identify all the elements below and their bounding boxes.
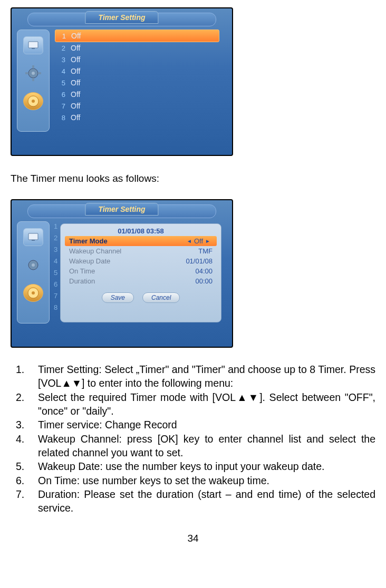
dialog-title: Timer Setting: [85, 11, 158, 24]
list-item: 4. Wakeup Channel: press [OK] key to ent…: [11, 432, 375, 460]
svg-rect-6: [25, 72, 28, 74]
svg-rect-5: [32, 78, 34, 81]
timer-number: 6: [58, 91, 65, 99]
timer-number: 7: [58, 102, 65, 110]
row-value: 00:00: [195, 277, 213, 285]
svg-rect-0: [28, 42, 38, 48]
row-value: Off: [194, 237, 203, 245]
svg-point-3: [32, 72, 35, 75]
svg-rect-4: [32, 65, 34, 68]
row-label: Duration: [69, 277, 95, 285]
item-number: 5.: [11, 459, 38, 473]
timer-status: Off: [71, 55, 80, 64]
instructions-list: 1. Timer Setting: Select „Timer" and "Ti…: [11, 362, 375, 515]
sidebar: [17, 221, 50, 324]
row-value: 04:00: [195, 267, 213, 275]
left-arrow-icon: ◄: [187, 238, 192, 244]
timer-row: 5 Off: [55, 77, 219, 89]
timer-number: 8: [58, 114, 65, 122]
clock-icon: [23, 284, 43, 302]
side-num: 5: [54, 269, 57, 277]
screenshot-timer-dialog: Timer Setting 1 2 3 4 5 6 7 8 01/01/08 0…: [11, 199, 233, 348]
timer-status: Off: [71, 113, 80, 122]
side-num: 8: [54, 303, 57, 312]
tv-icon: [23, 228, 43, 246]
row-label: Wakeup Channel: [69, 247, 121, 255]
button-row: Save Cancel: [65, 292, 217, 303]
item-number: 7.: [11, 487, 38, 515]
timer-status: Off: [71, 44, 80, 52]
dialog-row-on-time: On Time 04:00: [65, 266, 217, 276]
dialog-title: Timer Setting: [85, 203, 158, 215]
item-text: Wakeup Date: use the number keys to inpu…: [38, 459, 375, 473]
dialog-row-wakeup-date: Wakeup Date 01/01/08: [65, 256, 217, 266]
item-text: Timer service: Change Record: [38, 418, 375, 432]
svg-point-9: [32, 100, 35, 103]
item-number: 1.: [11, 362, 38, 390]
row-value: 01/01/08: [186, 257, 213, 265]
clock-icon: [23, 92, 43, 110]
sidebar: [17, 30, 50, 132]
timer-row: 8 Off: [55, 112, 219, 123]
list-item: 3. Timer service: Change Record: [11, 418, 375, 432]
row-label: On Time: [69, 267, 95, 275]
row-value: TMF: [198, 247, 213, 255]
svg-point-13: [32, 263, 35, 267]
item-number: 3.: [11, 418, 38, 432]
side-num: 6: [54, 280, 57, 289]
right-arrow-icon: ►: [205, 238, 210, 244]
item-number: 2.: [11, 390, 38, 418]
dialog-datetime: 01/01/08 03:58: [65, 226, 217, 236]
timer-status: Off: [71, 67, 80, 75]
list-item: 5. Wakeup Date: use the number keys to i…: [11, 459, 375, 473]
item-number: 6.: [11, 474, 38, 487]
item-text: Wakeup Channel: press [OK] key to enter …: [38, 432, 375, 460]
dialog-row-timer-mode: Timer Mode ◄ Off ►: [65, 236, 217, 246]
dialog-row-duration: Duration 00:00: [65, 276, 217, 286]
item-text: Select the required Timer mode with [VOL…: [38, 390, 375, 418]
screenshot-timer-list: Timer Setting 1 Off 2 Off 3 Off: [11, 7, 233, 156]
timer-status: Off: [71, 79, 80, 87]
timer-row: 2 Off: [55, 42, 219, 54]
tv-icon: [23, 36, 43, 54]
timer-number: 1: [59, 32, 66, 40]
cancel-button[interactable]: Cancel: [142, 292, 180, 303]
page-number: 34: [11, 533, 375, 544]
timer-number: 4: [58, 67, 65, 75]
timer-number: 2: [58, 44, 65, 52]
gear-icon: [24, 257, 43, 273]
timer-number: 5: [58, 79, 65, 87]
intro-paragraph: The Timer menu looks as follows:: [11, 173, 375, 184]
side-num: 2: [54, 234, 57, 242]
timer-status: Off: [71, 32, 81, 40]
item-text: Timer Setting: Select „Timer" and "Timer…: [38, 362, 375, 390]
gear-icon: [24, 65, 43, 82]
timer-row: 1 Off: [55, 30, 219, 42]
side-numbers: 1 2 3 4 5 6 7 8: [54, 222, 57, 312]
svg-rect-1: [32, 48, 35, 49]
timer-row: 3 Off: [55, 54, 219, 65]
side-num: 4: [54, 257, 57, 266]
list-item: 2. Select the required Timer mode with […: [11, 390, 375, 418]
list-item: 7. Duration: Please set the duration (st…: [11, 487, 375, 515]
item-number: 4.: [11, 432, 38, 460]
dialog-row-wakeup-channel: Wakeup Channel TMF: [65, 246, 217, 256]
svg-rect-10: [28, 233, 38, 240]
timer-list: 1 Off 2 Off 3 Off 4 Off 5 Off 6 Off: [55, 30, 219, 123]
timer-dialog: 01/01/08 03:58 Timer Mode ◄ Off ► Wakeup…: [60, 223, 221, 322]
list-item: 6. On Time: use number keys to set the w…: [11, 474, 375, 487]
svg-rect-11: [32, 240, 35, 241]
timer-row: 6 Off: [55, 89, 219, 100]
timer-row: 4 Off: [55, 65, 219, 77]
timer-number: 3: [58, 56, 65, 64]
svg-point-15: [32, 291, 35, 295]
timer-status: Off: [71, 90, 80, 99]
item-text: Duration: Please set the duration (start…: [38, 487, 375, 515]
svg-rect-7: [38, 72, 41, 74]
row-label: Timer Mode: [69, 237, 108, 245]
side-num: 7: [54, 292, 57, 300]
save-button[interactable]: Save: [102, 292, 134, 303]
side-num: 1: [54, 222, 57, 231]
timer-status: Off: [71, 102, 80, 110]
row-label: Wakeup Date: [69, 257, 110, 265]
